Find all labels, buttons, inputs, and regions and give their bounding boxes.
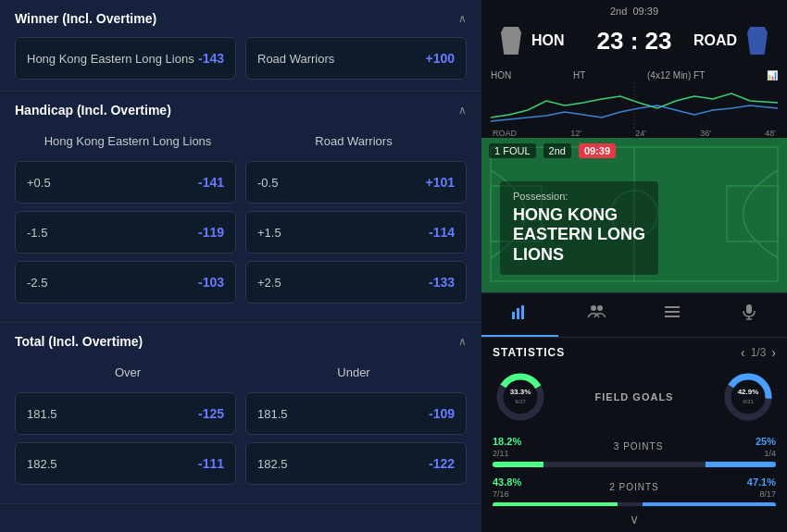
2points-header: 43.8% 7/16 2 POINTS 47.1% 8/17	[493, 476, 776, 499]
score-display: 23 : 23	[593, 27, 676, 56]
period-label: 2nd	[610, 6, 627, 17]
handicap-btn-right-2[interactable]: +2.5 -133	[245, 261, 467, 303]
3points-right-pct: 25%	[756, 436, 776, 447]
handicap-btn-right-1[interactable]: +1.5 -114	[245, 211, 467, 254]
score-time-row: 2nd 09:39	[491, 6, 778, 17]
stats-prev-btn[interactable]: ‹	[741, 345, 745, 360]
handicap-row-1: -1.5 -119 +1.5 -114	[15, 211, 467, 254]
stats-title: STATISTICS	[493, 346, 565, 359]
winner-chevron: ∧	[458, 12, 467, 25]
handicap-row-2: -2.5 -103 +2.5 -133	[15, 261, 467, 303]
score-sep: :	[631, 27, 639, 55]
graph-ht-label: HT	[573, 70, 585, 80]
tab-list[interactable]	[634, 293, 711, 337]
graph-bars-icon[interactable]: 📊	[767, 70, 778, 80]
graph-labels-bottom: ROAD 12' 24' 36' 48'	[491, 129, 778, 138]
2points-left: 43.8% 7/16	[493, 476, 521, 499]
2points-stat-row: 43.8% 7/16 2 POINTS 47.1% 8/17	[493, 476, 776, 507]
handicap-row-0: +0.5 -141 -0.5 +101	[15, 161, 467, 204]
score-main-row: HON 23 : 23 ROAD	[491, 20, 778, 61]
court-overlay: 1 FOUL 2nd 09:39 Possession: HONG KONGEA…	[481, 138, 787, 292]
stats-nav: ‹ 1/3 ›	[741, 345, 776, 360]
court-period: 2nd	[543, 143, 571, 158]
total-btn-left-0[interactable]: 181.5 -125	[15, 392, 236, 435]
tab-mic[interactable]	[711, 293, 788, 337]
handicap-btn-left-1[interactable]: -1.5 -119	[15, 211, 236, 254]
total-btn-right-0[interactable]: 181.5 -109	[245, 392, 467, 435]
3points-bar-right	[706, 462, 777, 467]
bottom-arrow-btn[interactable]: ∨	[481, 506, 787, 532]
svg-point-11	[597, 305, 603, 311]
graph-labels-top: HON HT (4x12 Min) FT 📊	[491, 70, 778, 80]
players-icon	[587, 303, 606, 326]
graph-area: HON HT (4x12 Min) FT 📊 ROAD 12' 24' 36' …	[481, 67, 787, 138]
graph-road-label: ROAD	[493, 129, 517, 138]
score2: 23	[645, 27, 672, 55]
3points-right: 25% 1/4	[756, 436, 776, 458]
score-header: 2nd 09:39 HON 23 : 23 ROAD	[481, 0, 787, 67]
team2-name: Road Warriors	[257, 52, 334, 66]
tabs-row	[481, 292, 787, 338]
2points-right-pct: 47.1%	[747, 476, 776, 488]
team2-odds: +100	[425, 51, 455, 66]
graph-time-36: 36'	[700, 129, 711, 138]
3points-left: 18.2% 2/11	[493, 436, 521, 458]
handicap-btn-left-2[interactable]: -2.5 -103	[15, 261, 236, 303]
total-row-1: 182.5 -111 182.5 -122	[15, 442, 467, 485]
tab-players[interactable]	[558, 293, 635, 337]
svg-text:9/21: 9/21	[743, 399, 754, 404]
graph-time-48: 48'	[765, 129, 776, 138]
total-col1: Over	[15, 360, 241, 385]
svg-rect-9	[521, 305, 524, 319]
graph-svg	[491, 82, 778, 129]
time-label: 09:39	[632, 6, 658, 17]
handicap-col1: Hong Kong Eastern Long Lions	[15, 129, 241, 154]
team1-winner-btn[interactable]: Hong Kong Eastern Long Lions -143	[15, 37, 236, 80]
total-section: Total (Incl. Overtime) ∧ Over Under 181.…	[0, 323, 481, 504]
total-title: Total (Incl. Overtime)	[15, 334, 143, 349]
graph-hon-label: HON	[491, 70, 511, 80]
tab-stats[interactable]	[481, 293, 558, 337]
stats-page: 1/3	[751, 346, 767, 359]
handicap-btn-right-0[interactable]: -0.5 +101	[245, 161, 467, 204]
total-col2: Under	[241, 360, 467, 385]
right-panel: 2nd 09:39 HON 23 : 23 ROAD	[481, 0, 787, 532]
team1-name: Hong Kong Eastern Long Lions	[27, 52, 194, 66]
svg-rect-8	[517, 308, 519, 319]
team2-winner-btn[interactable]: Road Warriors +100	[245, 37, 467, 80]
2points-left-sub: 7/16	[493, 489, 509, 499]
left-donut-svg: 33.3% 9/27	[493, 369, 548, 425]
court-possession: Possession: HONG KONGEASTERN LONGLIONS	[481, 164, 787, 292]
field-goals-label: FIELD GOALS	[595, 391, 674, 402]
handicap-btn-left-0[interactable]: +0.5 -141	[15, 161, 236, 204]
svg-rect-15	[746, 304, 752, 314]
left-donut: 33.3% 9/27	[493, 369, 548, 425]
winner-row: Hong Kong Eastern Long Lions -143 Road W…	[15, 37, 467, 80]
court-view: 1 FOUL 2nd 09:39 Possession: HONG KONGEA…	[481, 138, 787, 292]
total-chevron: ∧	[458, 335, 467, 348]
stats-next-btn[interactable]: ›	[771, 345, 776, 360]
3points-left-sub: 2/11	[493, 449, 509, 458]
left-panel: Winner (Incl. Overtime) ∧ Hong Kong East…	[0, 0, 481, 532]
team-right: ROAD	[676, 24, 770, 57]
svg-rect-7	[512, 312, 515, 319]
svg-rect-12	[665, 306, 680, 308]
2points-label: 2 POINTS	[609, 482, 659, 492]
stats-section: STATISTICS ‹ 1/3 › 33.3% 9/27 FIELD GOAL…	[481, 338, 787, 507]
handicap-section: Handicap (Incl. Overtime) ∧ Hong Kong Ea…	[0, 92, 481, 323]
handicap-chevron: ∧	[458, 104, 467, 117]
total-btn-right-1[interactable]: 182.5 -122	[245, 442, 467, 485]
stats-icon	[510, 303, 529, 326]
svg-text:9/27: 9/27	[515, 399, 526, 404]
graph-time-12: 12'	[570, 129, 581, 138]
total-btn-left-1[interactable]: 182.5 -111	[15, 442, 236, 485]
3points-left-pct: 18.2%	[493, 436, 521, 447]
team1-odds: -143	[198, 51, 224, 66]
field-goals-row: 33.3% 9/27 FIELD GOALS 42.9% 9/21	[493, 369, 776, 425]
2points-right-sub: 8/17	[759, 489, 776, 499]
handicap-rows-container: +0.5 -141 -0.5 +101 -1.5 -119 +1.5 -114 …	[15, 161, 467, 303]
graph-time-24: 24'	[635, 129, 646, 138]
svg-point-10	[591, 305, 596, 311]
winner-title: Winner (Incl. Overtime)	[15, 11, 156, 26]
team-left: HON	[498, 24, 593, 57]
